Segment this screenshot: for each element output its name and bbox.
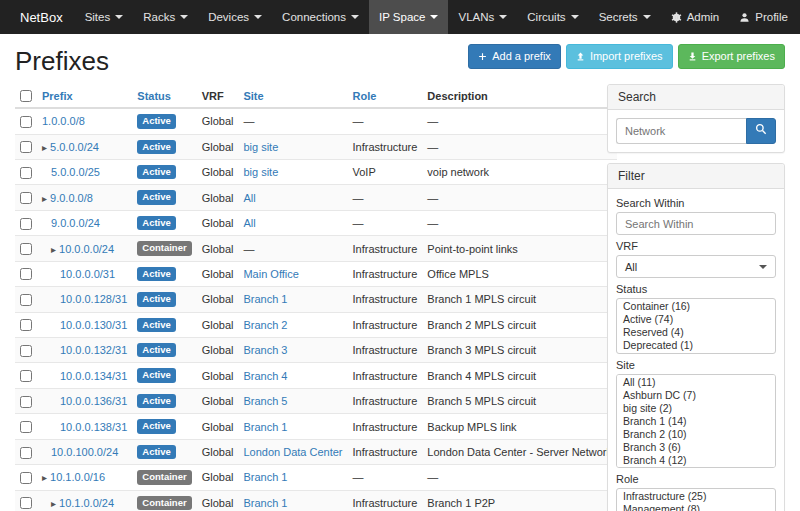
row-checkbox[interactable] — [20, 421, 32, 433]
vrf-select[interactable]: All — [616, 255, 776, 278]
column-header-role[interactable]: Role — [348, 84, 423, 108]
prefix-link[interactable]: 10.0.100.0/24 — [51, 446, 118, 458]
table-row[interactable]: ▸10.0.0.0/24 Container Global — Infrastr… — [15, 236, 617, 261]
table-row[interactable]: ▸5.0.0.0/24 Active Global big site Infra… — [15, 134, 617, 159]
site-link[interactable]: Branch 5 — [243, 395, 287, 407]
row-checkbox[interactable] — [20, 218, 32, 230]
search-within-input[interactable] — [616, 212, 776, 235]
column-header-site[interactable]: Site — [238, 84, 347, 108]
nav-item-secrets[interactable]: Secrets — [589, 0, 661, 34]
listbox-option[interactable]: Branch 5 (7) — [617, 467, 775, 468]
site-link[interactable]: Branch 3 — [243, 344, 287, 356]
site-link[interactable]: Branch 1 — [243, 293, 287, 305]
listbox-option[interactable]: Container (16) — [617, 300, 775, 313]
table-row[interactable]: ▸10.0.0.138/31 Active Global Branch 1 In… — [15, 414, 617, 439]
search-input[interactable] — [616, 118, 746, 144]
site-link[interactable]: Branch 1 — [243, 471, 287, 483]
row-checkbox[interactable] — [20, 497, 32, 509]
status-listbox[interactable]: Container (16)Active (74)Reserved (4)Dep… — [616, 298, 776, 354]
listbox-option[interactable]: Branch 2 (10) — [617, 428, 775, 441]
column-header-prefix[interactable]: Prefix — [37, 84, 132, 108]
prefix-link[interactable]: 10.0.0.132/31 — [60, 344, 127, 356]
prefix-link[interactable]: 10.0.0.130/31 — [60, 319, 127, 331]
site-link[interactable]: All — [243, 217, 255, 229]
listbox-option[interactable]: Ashburn DC (7) — [617, 389, 775, 402]
row-checkbox[interactable] — [20, 167, 32, 179]
row-checkbox[interactable] — [20, 192, 32, 204]
listbox-option[interactable]: Branch 4 (12) — [617, 454, 775, 467]
prefix-link[interactable]: 5.0.0.0/24 — [50, 141, 99, 153]
table-row[interactable]: ▸9.0.0.0/8 Active Global All — — — [15, 185, 617, 210]
site-listbox[interactable]: All (11)Ashburn DC (7)big site (2)Branch… — [616, 374, 776, 468]
table-row[interactable]: ▸5.0.0.0/25 Active Global big site VoIP … — [15, 159, 617, 184]
search-button[interactable] — [746, 118, 776, 144]
row-checkbox[interactable] — [20, 472, 32, 484]
listbox-option[interactable]: Management (8) — [617, 503, 775, 511]
listbox-option[interactable]: Deprecated (1) — [617, 339, 775, 352]
prefix-link[interactable]: 10.0.0.134/31 — [60, 370, 127, 382]
row-checkbox[interactable] — [20, 116, 32, 128]
nav-item-circuits[interactable]: Circuits — [517, 0, 588, 34]
site-link[interactable]: Branch 1 — [243, 497, 287, 509]
table-row[interactable]: ▸9.0.0.0/24 Active Global All — — — [15, 210, 617, 235]
site-link[interactable]: London Data Center — [243, 446, 342, 458]
nav-item-racks[interactable]: Racks — [133, 0, 198, 34]
listbox-option[interactable]: Branch 1 (14) — [617, 415, 775, 428]
import-prefixes-button[interactable]: Import prefixes — [566, 44, 673, 69]
role-listbox[interactable]: Infrastructure (25)Management (8)Private… — [616, 488, 776, 511]
table-row[interactable]: ▸10.0.0.0/31 Active Global Main Office I… — [15, 261, 617, 286]
nav-item-devices[interactable]: Devices — [198, 0, 272, 34]
site-link[interactable]: Branch 1 — [243, 421, 287, 433]
table-row[interactable]: ▸10.0.0.128/31 Active Global Branch 1 In… — [15, 287, 617, 312]
nav-item-connections[interactable]: Connections — [272, 0, 369, 34]
listbox-option[interactable]: Infrastructure (25) — [617, 490, 775, 503]
row-checkbox[interactable] — [20, 319, 32, 331]
table-row[interactable]: ▸10.0.0.132/31 Active Global Branch 3 In… — [15, 338, 617, 363]
site-link[interactable]: Branch 4 — [243, 370, 287, 382]
table-row[interactable]: ▸1.0.0.0/8 Active Global — — — — [15, 108, 617, 134]
site-link[interactable]: big site — [243, 141, 278, 153]
row-checkbox[interactable] — [20, 294, 32, 306]
nav-item-ip-space[interactable]: IP Space — [369, 0, 448, 34]
listbox-option[interactable]: Reserved (4) — [617, 326, 775, 339]
listbox-option[interactable]: Branch 3 (6) — [617, 441, 775, 454]
table-row[interactable]: ▸10.0.0.130/31 Active Global Branch 2 In… — [15, 312, 617, 337]
table-row[interactable]: ▸10.1.0.0/24 Container Global Branch 1 I… — [15, 490, 617, 511]
row-checkbox[interactable] — [20, 396, 32, 408]
prefix-link[interactable]: 1.0.0.0/8 — [42, 115, 85, 127]
table-row[interactable]: ▸10.0.0.136/31 Active Global Branch 5 In… — [15, 388, 617, 413]
site-link[interactable]: big site — [243, 166, 278, 178]
brand[interactable]: NetBox — [8, 0, 75, 34]
site-link[interactable]: Main Office — [243, 268, 298, 280]
nav-item-sites[interactable]: Sites — [75, 0, 134, 34]
row-checkbox[interactable] — [20, 141, 32, 153]
prefix-link[interactable]: 10.0.0.138/31 — [60, 421, 127, 433]
prefix-link[interactable]: 10.0.0.0/24 — [59, 243, 114, 255]
prefix-link[interactable]: 10.0.0.0/31 — [60, 268, 115, 280]
listbox-option[interactable]: Active (74) — [617, 313, 775, 326]
export-prefixes-button[interactable]: Export prefixes — [678, 44, 785, 69]
prefix-link[interactable]: 9.0.0.0/24 — [51, 217, 100, 229]
prefix-link[interactable]: 5.0.0.0/25 — [51, 166, 100, 178]
table-row[interactable]: ▸10.0.100.0/24 Active Global London Data… — [15, 439, 617, 464]
nav-item-vlans[interactable]: VLANs — [448, 0, 517, 34]
row-checkbox[interactable] — [20, 243, 32, 255]
table-row[interactable]: ▸10.0.0.134/31 Active Global Branch 4 In… — [15, 363, 617, 388]
site-link[interactable]: Branch 2 — [243, 319, 287, 331]
nav-item-admin[interactable]: Admin — [661, 0, 730, 34]
prefix-link[interactable]: 9.0.0.0/8 — [50, 192, 93, 204]
add-prefix-button[interactable]: Add a prefix — [468, 44, 561, 69]
table-row[interactable]: ▸10.1.0.0/16 Container Global Branch 1 —… — [15, 465, 617, 490]
prefix-link[interactable]: 10.1.0.0/16 — [50, 471, 105, 483]
row-checkbox[interactable] — [20, 345, 32, 357]
column-header-status[interactable]: Status — [132, 84, 196, 108]
listbox-option[interactable]: All (11) — [617, 376, 775, 389]
listbox-option[interactable]: big site (2) — [617, 402, 775, 415]
site-link[interactable]: All — [243, 192, 255, 204]
nav-item-profile[interactable]: Profile — [729, 0, 798, 34]
prefix-link[interactable]: 10.0.0.128/31 — [60, 293, 127, 305]
row-checkbox[interactable] — [20, 370, 32, 382]
row-checkbox[interactable] — [20, 268, 32, 280]
prefix-link[interactable]: 10.1.0.0/24 — [59, 497, 114, 509]
row-checkbox[interactable] — [20, 447, 32, 459]
